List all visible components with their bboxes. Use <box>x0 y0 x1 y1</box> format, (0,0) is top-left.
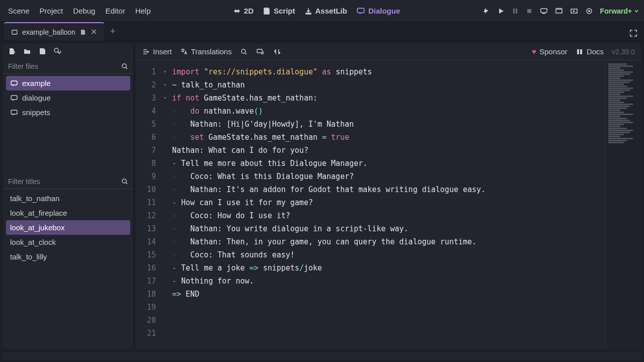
minimap[interactable] <box>606 60 641 349</box>
search-icon[interactable] <box>121 63 128 70</box>
docs-button[interactable]: Docs <box>576 47 604 56</box>
file-item[interactable]: dialogue <box>6 90 130 105</box>
save-icon[interactable] <box>38 47 46 55</box>
file-item[interactable]: example <box>6 76 130 90</box>
svg-rect-15 <box>11 110 17 114</box>
stop-icon[interactable] <box>526 8 533 15</box>
test-dialogue-icon[interactable] <box>256 48 265 56</box>
workspace-assetlib[interactable]: AssetLib <box>304 7 347 15</box>
code-line: => END <box>172 288 606 301</box>
code-line: - Nothing for now. <box>172 275 606 288</box>
sponsor-button[interactable]: ♥ Sponsor <box>532 47 568 56</box>
expand-icon[interactable] <box>629 29 638 38</box>
menu-help[interactable]: Help <box>135 7 151 15</box>
workspace-dialogue[interactable]: Dialogue <box>356 7 400 16</box>
svg-point-16 <box>122 179 126 183</box>
workspace-script[interactable]: Script <box>263 7 295 15</box>
code-line: import "res://snippets.dialogue" as snip… <box>172 65 606 78</box>
play-icon[interactable] <box>498 8 505 15</box>
menu-editor[interactable]: Editor <box>105 7 125 15</box>
docs-label: Docs <box>587 47 604 56</box>
fold-toggle[interactable]: ▾ <box>160 92 170 105</box>
menu-project[interactable]: Project <box>40 7 63 15</box>
svg-rect-10 <box>12 30 17 34</box>
code-line: if not GameState.has_met_nathan: <box>172 92 606 105</box>
svg-rect-5 <box>542 13 545 14</box>
dialogue-file-icon <box>10 79 18 87</box>
file-name: example <box>22 79 51 87</box>
filter-files-input[interactable] <box>8 62 121 70</box>
title-item[interactable]: look_at_jukebox <box>6 220 130 235</box>
code-line: › Coco: What is this Dialogue Manager? <box>172 170 606 183</box>
svg-rect-18 <box>257 49 262 53</box>
sidebar-toolbar <box>3 43 133 59</box>
add-tab-button[interactable]: + <box>105 22 121 41</box>
file-item[interactable]: snippets <box>6 105 130 120</box>
bottom-panel[interactable] <box>3 351 641 360</box>
file-tab[interactable]: example_balloon ✕ <box>4 22 104 41</box>
code-line: › Coco: How do I use it? <box>172 209 606 222</box>
2d-icon <box>233 7 241 15</box>
filter-files-row <box>3 59 133 74</box>
search-icon[interactable] <box>121 178 128 185</box>
svg-point-17 <box>242 49 246 53</box>
workspace-2d-label: 2D <box>244 7 254 15</box>
workspace-2d[interactable]: 2D <box>233 7 254 15</box>
version-label: v2.39.0 <box>612 48 635 56</box>
movie-icon[interactable] <box>555 7 563 15</box>
camera-icon[interactable] <box>585 7 593 15</box>
menu-scene[interactable]: Scene <box>8 7 30 15</box>
code-line: - Tell me a joke => snippets/joke <box>172 261 606 275</box>
docs-icon <box>576 48 584 56</box>
settings-icon[interactable] <box>273 48 281 56</box>
code-line: › Nathan: Then, in your game, you can qu… <box>172 235 606 248</box>
insert-button[interactable]: Insert <box>142 47 172 56</box>
title-list: talk_to_nathanlook_at_fireplacelook_at_j… <box>3 189 133 349</box>
filter-titles-row <box>3 174 133 189</box>
title-item[interactable]: talk_to_lilly <box>6 249 130 264</box>
code-container: 123456789101112131415161718192021 ▾▾▾ im… <box>136 60 641 349</box>
svg-rect-13 <box>11 81 17 85</box>
menu-debug[interactable]: Debug <box>73 7 95 15</box>
editor-toolbar: Insert Translations ♥ Sponsor Docs v2.39… <box>136 43 641 60</box>
tab-label: example_balloon <box>22 28 75 36</box>
new-file-icon[interactable] <box>8 47 16 55</box>
download-icon <box>304 7 312 15</box>
svg-rect-14 <box>11 96 17 100</box>
insert-label: Insert <box>153 47 172 56</box>
svg-rect-2 <box>516 9 517 14</box>
build-icon[interactable] <box>482 7 491 15</box>
find-in-files-icon[interactable] <box>53 47 61 55</box>
fold-toggle[interactable]: ▾ <box>160 65 170 78</box>
fold-toggle[interactable]: ▾ <box>160 78 170 92</box>
title-item[interactable]: talk_to_nathan <box>6 191 130 206</box>
code-line: › do nathan.wave() <box>172 105 606 118</box>
pause-icon[interactable] <box>512 8 519 15</box>
insert-icon <box>142 48 150 56</box>
code-line: › Nathan: You write dialogue in a script… <box>172 222 606 235</box>
chevron-down-icon <box>634 9 639 14</box>
title-item[interactable]: look_at_clock <box>6 235 130 249</box>
script-badge-icon <box>79 29 87 36</box>
file-name: dialogue <box>22 94 51 102</box>
scene-icon <box>11 29 18 36</box>
svg-point-12 <box>122 64 126 68</box>
title-item[interactable]: look_at_fireplace <box>6 206 130 220</box>
close-tab-icon[interactable]: ✕ <box>91 27 97 37</box>
workspace-dialogue-label: Dialogue <box>368 7 400 15</box>
dialogue-file-icon <box>10 94 18 102</box>
play-scene-icon[interactable] <box>570 7 578 15</box>
code-editor[interactable]: import "res://snippets.dialogue" as snip… <box>170 60 606 349</box>
svg-point-11 <box>54 48 58 52</box>
renderer-dropdown[interactable]: Forward+ <box>600 7 639 15</box>
filter-titles-input[interactable] <box>8 177 121 186</box>
code-line: - How can I use it for my game? <box>172 196 606 209</box>
search-in-file-icon[interactable] <box>240 48 248 56</box>
open-folder-icon[interactable] <box>23 47 31 55</box>
menu-left: Scene Project Debug Editor Help <box>5 7 150 15</box>
file-list: exampledialoguesnippets <box>3 74 133 174</box>
translations-button[interactable]: Translations <box>180 47 232 56</box>
remote-icon[interactable] <box>540 7 548 15</box>
line-gutter: 123456789101112131415161718192021 <box>136 60 160 349</box>
sponsor-label: Sponsor <box>539 47 568 56</box>
